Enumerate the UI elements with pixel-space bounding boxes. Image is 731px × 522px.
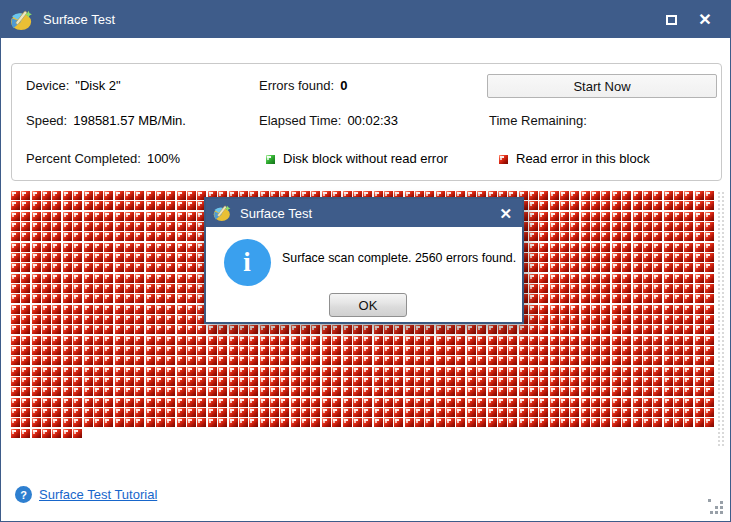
disk-block xyxy=(384,418,393,427)
disk-block xyxy=(477,408,486,417)
disk-block xyxy=(633,346,642,355)
maximize-button[interactable] xyxy=(654,5,688,35)
disk-block xyxy=(674,263,683,272)
dialog-close-button[interactable]: ✕ xyxy=(499,206,512,221)
disk-block xyxy=(156,212,165,221)
disk-block xyxy=(570,274,579,283)
disk-block xyxy=(674,191,683,200)
disk-block xyxy=(63,191,72,200)
disk-block xyxy=(415,377,424,386)
disk-block xyxy=(374,346,383,355)
close-button[interactable]: ✕ xyxy=(688,5,722,35)
disk-block xyxy=(104,191,113,200)
disk-block xyxy=(156,305,165,314)
disk-block xyxy=(249,356,258,365)
disk-block xyxy=(467,408,476,417)
elapsed-label: Elapsed Time: xyxy=(259,113,341,128)
disk-block xyxy=(643,367,652,376)
disk-block xyxy=(156,336,165,345)
disk-block xyxy=(135,274,144,283)
disk-block xyxy=(353,336,362,345)
disk-block xyxy=(467,387,476,396)
disk-block xyxy=(21,367,30,376)
disk-block xyxy=(591,191,600,200)
disk-block xyxy=(456,398,465,407)
disk-block xyxy=(394,387,403,396)
disk-block xyxy=(218,387,227,396)
disk-block xyxy=(612,408,621,417)
disk-block xyxy=(570,418,579,427)
disk-block xyxy=(415,418,424,427)
disk-block xyxy=(570,387,579,396)
disk-block xyxy=(519,356,528,365)
disk-block xyxy=(684,346,693,355)
disk-block xyxy=(570,232,579,241)
disk-block xyxy=(643,387,652,396)
disk-block xyxy=(456,387,465,396)
disk-block xyxy=(622,305,631,314)
disk-block xyxy=(32,408,41,417)
disk-block xyxy=(73,418,82,427)
disk-block xyxy=(63,305,72,314)
disk-block xyxy=(115,377,124,386)
disk-block xyxy=(146,253,155,262)
disk-block xyxy=(63,408,72,417)
disk-block xyxy=(705,398,714,407)
disk-block xyxy=(684,325,693,334)
disk-block xyxy=(643,191,652,200)
bad-block-icon xyxy=(499,155,508,164)
disk-block xyxy=(291,325,300,334)
disk-block xyxy=(332,418,341,427)
disk-block xyxy=(695,274,704,283)
ok-button[interactable]: OK xyxy=(329,293,407,317)
errors-label: Errors found: xyxy=(259,78,334,93)
disk-block xyxy=(42,387,51,396)
disk-block xyxy=(343,418,352,427)
disk-block xyxy=(135,398,144,407)
disk-block xyxy=(581,387,590,396)
disk-block xyxy=(581,346,590,355)
disk-block xyxy=(11,325,20,334)
disk-block xyxy=(42,356,51,365)
start-now-button[interactable]: Start Now xyxy=(487,74,717,98)
disk-block xyxy=(363,408,372,417)
disk-block xyxy=(21,398,30,407)
disk-block xyxy=(498,398,507,407)
disk-block xyxy=(643,418,652,427)
disk-block xyxy=(11,294,20,303)
disk-block xyxy=(550,336,559,345)
disk-block xyxy=(498,367,507,376)
disk-block xyxy=(488,408,497,417)
disk-block xyxy=(653,325,662,334)
disk-block xyxy=(529,284,538,293)
legend-good: Disk block without read error xyxy=(266,151,448,166)
disk-block xyxy=(539,305,548,314)
disk-block xyxy=(456,418,465,427)
disk-block xyxy=(260,336,269,345)
resize-grip-icon[interactable] xyxy=(708,499,724,515)
disk-block xyxy=(353,367,362,376)
disk-block xyxy=(42,408,51,417)
disk-block xyxy=(539,418,548,427)
disk-block xyxy=(591,418,600,427)
disk-block xyxy=(135,191,144,200)
help-icon[interactable]: ? xyxy=(15,486,32,503)
disk-block xyxy=(601,191,610,200)
disk-block xyxy=(633,356,642,365)
disk-block xyxy=(674,274,683,283)
disk-block xyxy=(322,377,331,386)
disk-block xyxy=(612,274,621,283)
disk-block xyxy=(146,201,155,210)
disk-block xyxy=(332,367,341,376)
disk-block xyxy=(156,232,165,241)
tutorial-link[interactable]: Surface Test Tutorial xyxy=(39,487,157,502)
disk-block xyxy=(94,243,103,252)
disk-block xyxy=(125,367,134,376)
disk-block xyxy=(84,201,93,210)
disk-block xyxy=(684,398,693,407)
disk-block xyxy=(581,356,590,365)
disk-block xyxy=(591,408,600,417)
disk-block xyxy=(104,222,113,231)
disk-block xyxy=(560,418,569,427)
disk-block xyxy=(166,356,175,365)
